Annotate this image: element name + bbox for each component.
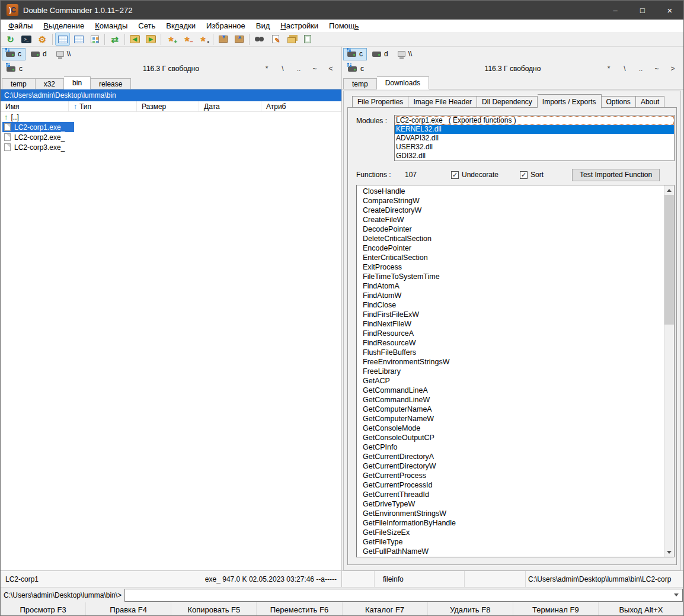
menu-item-вкладки[interactable]: Вкладки [161,20,201,32]
function-item[interactable]: FindNextFileW [363,319,663,329]
column-header-тип[interactable]: ↑Тип [69,101,137,111]
menu-item-выделение[interactable]: Выделение [38,20,90,32]
fkey-просмотр-f3[interactable]: Просмотр F3 [1,602,86,616]
function-item[interactable]: FindClose [363,300,663,310]
function-item[interactable]: GetCurrentDirectoryA [363,452,663,461]
function-item[interactable]: CloseHandle [363,187,663,196]
functions-scrollbar[interactable] [664,185,674,557]
favorites-add-icon[interactable]: *+ [164,33,178,46]
header-button-item[interactable]: ~ [654,65,659,73]
brief-view-icon[interactable] [55,33,70,46]
drive-button-d[interactable]: d [368,48,392,60]
multi-rename-icon[interactable]: ✎ [268,33,283,46]
header-button-item[interactable]: < [328,65,333,73]
menu-item-команды[interactable]: Команды [90,20,133,32]
viewer-tab-about[interactable]: About [636,96,664,108]
scrollbar-thumb[interactable] [664,195,674,325]
menu-item-помощь[interactable]: Помощь [324,20,364,32]
function-item[interactable]: GetFileInformationByHandle [363,518,663,528]
fkey-каталог-f7[interactable]: Каталог F7 [343,602,428,616]
tab-temp[interactable]: temp [343,78,377,89]
extract-icon[interactable]: ▲ [232,33,247,46]
fkey-правка-f4[interactable]: Правка F4 [86,602,171,616]
module-item[interactable]: KERNEL32.dll [395,125,674,134]
header-button-item[interactable]: \ [622,65,627,73]
function-item[interactable]: FileTimeToSystemTime [363,272,663,281]
refresh-icon[interactable]: ↻ [3,33,18,46]
fkey-выход-alt-x[interactable]: Выход Alt+X [599,602,683,616]
maximize-button[interactable]: □ [629,1,656,20]
function-item[interactable]: GetCommandLineA [363,386,663,395]
chevron-down-icon[interactable] [674,593,679,596]
function-item[interactable]: FindResourceW [363,338,663,348]
scroll-up-arrow[interactable] [664,185,674,195]
tab-x32[interactable]: x32 [36,78,64,89]
function-item[interactable]: GetCPInfo [363,442,663,452]
function-item[interactable]: CompareStringW [363,196,663,206]
header-button-item[interactable]: * [264,65,269,73]
function-item[interactable]: GetConsoleMode [363,424,663,433]
thumbnails-view-icon[interactable] [87,33,102,46]
function-item[interactable]: GetFileSizeEx [363,528,663,537]
options-icon[interactable]: ⚙ [35,33,50,46]
forward-icon[interactable]: ▶ [143,33,158,46]
terminal-icon[interactable]: >_ [19,33,34,46]
column-header-имя[interactable]: Имя [1,101,69,111]
menu-item-вид[interactable]: Вид [251,20,276,32]
header-button-item[interactable]: .. [296,65,301,73]
function-item[interactable]: GetCurrentProcessId [363,480,663,490]
drive-button-item[interactable]: \\ [52,48,75,60]
back-icon[interactable]: ◀ [127,33,142,46]
function-item[interactable]: GetComputerNameW [363,414,663,424]
copy-names-icon[interactable] [300,33,315,46]
module-item[interactable]: LC2-corp1.exe_ ( Exported functions ) [395,116,674,125]
undecorate-checkbox[interactable]: ✓ [451,171,459,179]
functions-listbox[interactable]: CloseHandleCompareStringWCreateDirectory… [356,185,675,557]
viewer-tab-dll-dependency[interactable]: Dll Dependency [477,96,538,108]
viewer-tab-options[interactable]: Options [602,96,636,108]
module-item[interactable]: GDI32.dll [395,152,674,161]
function-item[interactable]: GetACP [363,376,663,386]
function-item[interactable]: FindFirstFileExW [363,310,663,319]
function-item[interactable]: GetConsoleOutputCP [363,433,663,442]
viewer-tab-file-properties[interactable]: File Properties [352,96,408,108]
file-row[interactable]: ↑[..] [1,112,341,122]
header-button-item[interactable]: .. [638,65,643,73]
drive-button-d[interactable]: d [27,48,51,60]
viewer-tab-imports-exports[interactable]: Imports / Exports [538,94,602,108]
header-button-item[interactable]: ~ [312,65,317,73]
tab-downloads[interactable]: Downloads [377,76,429,89]
file-row[interactable]: LC2-corp2.exe_ [1,132,341,142]
function-item[interactable]: DecodePointer [363,224,663,234]
function-item[interactable]: FindAtomW [363,291,663,300]
function-item[interactable]: GetDriveTypeW [363,499,663,509]
header-button-item[interactable]: * [606,65,611,73]
function-item[interactable]: FindResourceA [363,329,663,338]
viewer-tab-image-file-header[interactable]: Image File Header [408,96,477,108]
favorites-remove-icon[interactable]: *− [180,33,194,46]
function-item[interactable]: FreeLibrary [363,367,663,376]
function-item[interactable]: ExitProcess [363,262,663,272]
header-button-item[interactable]: > [670,65,675,73]
column-header-атриб[interactable]: Атриб [261,101,341,111]
pack-icon[interactable]: ▼ [216,33,231,46]
tab-bin[interactable]: bin [64,76,91,89]
close-button[interactable]: × [656,1,683,20]
function-item[interactable]: GetCurrentProcess [363,471,663,480]
column-header-дата[interactable]: Дата [199,101,261,111]
fkey-копировать-f5[interactable]: Копировать F5 [171,602,257,616]
fkey-удалить-f8[interactable]: Удалить F8 [428,602,513,616]
search-icon[interactable] [252,33,267,46]
column-header-размер[interactable]: Размер [137,101,199,111]
function-item[interactable]: GetCommandLineW [363,395,663,405]
command-input[interactable] [124,589,683,602]
drive-button-item[interactable]: \\ [394,48,417,60]
file-row[interactable]: LC2-corp3.exe_ [1,142,341,152]
modules-listbox[interactable]: LC2-corp1.exe_ ( Exported functions )KER… [394,115,675,161]
function-item[interactable]: GetFullPathNameW [363,547,663,556]
module-item[interactable]: USER32.dll [395,143,674,152]
function-item[interactable]: GetCurrentThreadId [363,490,663,499]
fkey-терминал-f9[interactable]: Терминал F9 [513,602,599,616]
module-item[interactable]: ADVAPI32.dll [395,134,674,143]
menu-item-настройки[interactable]: Настройки [275,20,324,32]
